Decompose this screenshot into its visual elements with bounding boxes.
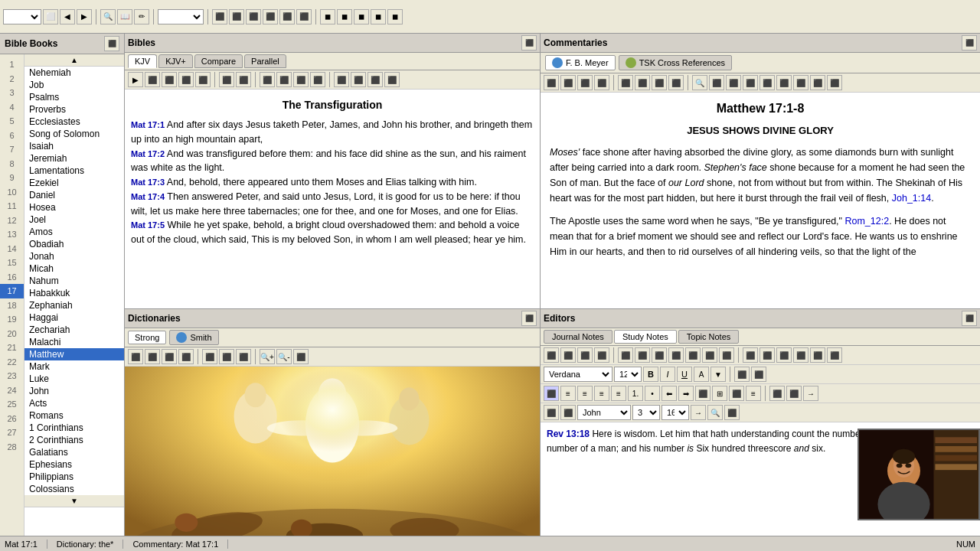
table-btn[interactable]: ⊞ bbox=[712, 386, 727, 401]
dict-zoom-out[interactable]: 🔍- bbox=[276, 349, 292, 364]
sidebar-item-jonah[interactable]: Jonah bbox=[24, 250, 124, 262]
dict-btn-1[interactable]: ⬛ bbox=[128, 349, 143, 364]
bible-play-btn[interactable]: ▶ bbox=[128, 72, 143, 87]
sidebar-item-ecclesiastes[interactable]: Ecclesiastes bbox=[24, 116, 124, 128]
editors-options[interactable]: ⬛ bbox=[962, 311, 977, 326]
comm-btn-13[interactable]: ⬛ bbox=[776, 75, 792, 90]
ed-btn-12[interactable]: ⬛ bbox=[743, 347, 758, 363]
bible-btn-9[interactable]: ⬛ bbox=[293, 72, 309, 87]
tab-topic[interactable]: Topic Notes bbox=[678, 330, 739, 344]
align-color-1[interactable]: ⬛ bbox=[544, 386, 559, 401]
bible-btn-6[interactable]: ⬛ bbox=[236, 72, 251, 87]
align-btn-2[interactable]: ⬛ bbox=[729, 386, 744, 401]
sidebar-item-acts[interactable]: Acts bbox=[24, 397, 124, 409]
forward-btn[interactable]: ▶ bbox=[77, 9, 92, 24]
sidebar-item-mark[interactable]: Mark bbox=[24, 360, 124, 373]
toolbar-btn-10[interactable]: ⬛ bbox=[296, 9, 312, 24]
bible-btn-8[interactable]: ⬛ bbox=[276, 72, 292, 87]
bible-panel-options[interactable]: ⬛ bbox=[521, 35, 537, 51]
back-btn[interactable]: ◀ bbox=[60, 9, 75, 24]
ed-btn-9[interactable]: ⬛ bbox=[685, 347, 701, 363]
toolbar-btn-7[interactable]: ⬛ bbox=[246, 9, 261, 24]
sidebar-item-nehemiah[interactable]: Nehemiah bbox=[24, 67, 124, 79]
tab-compare[interactable]: Compare bbox=[194, 54, 243, 68]
bible-btn-3[interactable]: ⬛ bbox=[178, 72, 194, 87]
dict-btn-3[interactable]: ⬛ bbox=[162, 349, 177, 364]
bible-btn-13[interactable]: ⬛ bbox=[368, 72, 383, 87]
link-rom122[interactable]: Rom_12:2 bbox=[844, 216, 889, 227]
sidebar-item-jeremiah[interactable]: Jeremiah bbox=[24, 152, 124, 165]
chapter-nav[interactable]: 3 bbox=[632, 405, 660, 420]
font-size-selector[interactable]: 12 bbox=[614, 367, 642, 382]
italic-btn[interactable]: I bbox=[660, 367, 675, 382]
verse-ref-mat172[interactable]: Mat 17:2 bbox=[131, 149, 165, 158]
align-justify[interactable]: ≡ bbox=[611, 386, 626, 401]
verse-ref-mat175[interactable]: Mat 17:5 bbox=[131, 220, 165, 230]
list-ol[interactable]: 1. bbox=[628, 386, 643, 401]
list-ul[interactable]: • bbox=[645, 386, 660, 401]
sidebar-item-malachi[interactable]: Malachi bbox=[24, 336, 124, 348]
ed-btn-6[interactable]: ⬛ bbox=[635, 347, 650, 363]
sidebar-item-psalms[interactable]: Psalms bbox=[24, 91, 124, 103]
ed-btn-4[interactable]: ⬛ bbox=[594, 347, 609, 363]
ed-btn-15[interactable]: ⬛ bbox=[793, 347, 808, 363]
indent-out[interactable]: ⬅ bbox=[662, 386, 677, 401]
sidebar-item-ephesians[interactable]: Ephesians bbox=[24, 458, 124, 471]
comm-btn-11[interactable]: ⬛ bbox=[743, 75, 758, 90]
ed-btn-x2[interactable]: ⬛ bbox=[786, 386, 802, 401]
ed-btn-1[interactable]: ⬛ bbox=[544, 347, 559, 363]
ed-btn-11[interactable]: ⬛ bbox=[719, 347, 734, 363]
verse-ref-mat171[interactable]: Mat 17:1 bbox=[131, 120, 165, 129]
tab-parallel[interactable]: Parallel bbox=[244, 54, 286, 68]
indent-in[interactable]: ➡ bbox=[678, 386, 694, 401]
ed-nav-1[interactable]: ⬛ bbox=[544, 405, 559, 420]
ed-btn-13[interactable]: ⬛ bbox=[760, 347, 775, 363]
comm-btn-12[interactable]: ⬛ bbox=[760, 75, 775, 90]
tab-tsk[interactable]: TSK Cross References bbox=[619, 55, 732, 70]
comm-search[interactable]: 🔍 bbox=[692, 75, 707, 90]
ed-btn-5[interactable]: ⬛ bbox=[618, 347, 633, 363]
align-btn-1[interactable]: ⬛ bbox=[695, 386, 710, 401]
bible-btn-12[interactable]: ⬛ bbox=[351, 72, 366, 87]
comm-btn-9[interactable]: ⬛ bbox=[709, 75, 724, 90]
dict-options[interactable]: ⬛ bbox=[521, 311, 537, 326]
tab-journal[interactable]: Journal Notes bbox=[544, 330, 612, 344]
toolbar-btn-9[interactable]: ⬛ bbox=[279, 9, 295, 24]
ed-btn-14[interactable]: ⬛ bbox=[776, 347, 792, 363]
sidebar-item-obadiah[interactable]: Obadiah bbox=[24, 238, 124, 250]
comm-btn-15[interactable]: ⬛ bbox=[810, 75, 825, 90]
tab-fbmeyer[interactable]: F. B. Meyer bbox=[545, 55, 616, 70]
ed-btn-8[interactable]: ⬛ bbox=[668, 347, 684, 363]
verse-nav[interactable]: 16 bbox=[662, 405, 689, 420]
bible-btn-10[interactable]: ⬛ bbox=[310, 72, 325, 87]
dict-btn-6[interactable]: ⬛ bbox=[219, 349, 234, 364]
ed-btn-x3[interactable]: → bbox=[803, 386, 818, 401]
bible-btn-4[interactable]: ⬛ bbox=[195, 72, 211, 87]
ed-nav-search[interactable]: 🔍 bbox=[707, 405, 723, 420]
sidebar-item-job[interactable]: Job bbox=[24, 79, 124, 91]
comm-btn-4[interactable]: ⬛ bbox=[594, 75, 609, 90]
toolbar-btn-15[interactable]: ◼ bbox=[387, 9, 403, 24]
toolbar-btn-8[interactable]: ⬛ bbox=[263, 9, 278, 24]
sidebar-item-nahum[interactable]: Nahum bbox=[24, 275, 124, 287]
underline-btn[interactable]: U bbox=[677, 367, 692, 382]
toolbar-btn-1[interactable]: ⬜ bbox=[43, 9, 58, 24]
align-btn-3[interactable]: ≡ bbox=[746, 386, 761, 401]
sidebar-item-zephaniah[interactable]: Zephaniah bbox=[24, 299, 124, 311]
sidebar-scroll-up[interactable]: ▲ bbox=[24, 54, 124, 67]
ed-style-1[interactable]: ⬛ bbox=[734, 367, 750, 382]
book-nav[interactable]: John bbox=[577, 405, 631, 420]
comm-btn-2[interactable]: ⬛ bbox=[560, 75, 576, 90]
align-right[interactable]: ≡ bbox=[594, 386, 609, 401]
bible-btn-2[interactable]: ⬛ bbox=[162, 72, 177, 87]
sidebar-item-1corinthians[interactable]: 1 Corinthians bbox=[24, 422, 124, 434]
ed-btn-x1[interactable]: ⬛ bbox=[769, 386, 785, 401]
toolbar-btn-3[interactable]: 📖 bbox=[117, 9, 132, 24]
ed-nav-3[interactable]: ⬛ bbox=[724, 405, 740, 420]
ed-btn-2[interactable]: ⬛ bbox=[560, 347, 576, 363]
bible-btn-11[interactable]: ⬛ bbox=[334, 72, 349, 87]
tab-study[interactable]: Study Notes bbox=[614, 330, 677, 344]
toolbar-btn-13[interactable]: ◼ bbox=[354, 9, 369, 24]
bible-btn-5[interactable]: ⬛ bbox=[219, 72, 234, 87]
sidebar-item-ezekiel[interactable]: Ezekiel bbox=[24, 177, 124, 189]
